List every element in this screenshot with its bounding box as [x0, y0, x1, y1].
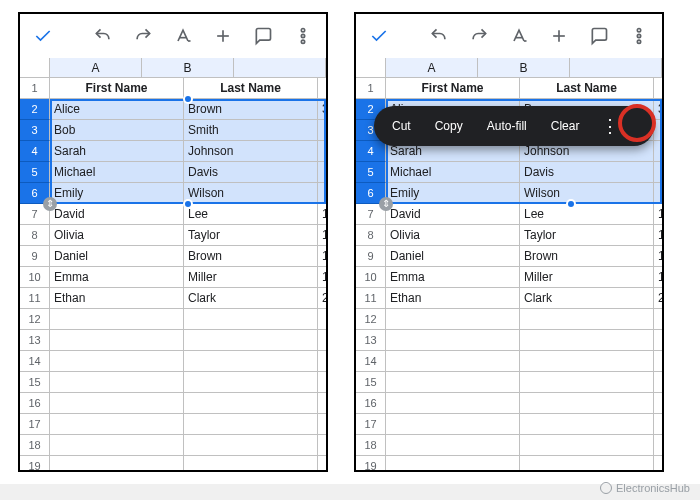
cell[interactable]: First Name [50, 78, 184, 99]
cell[interactable] [318, 372, 326, 393]
cell[interactable] [318, 435, 326, 456]
row-header[interactable]: 15 [356, 372, 386, 393]
row-header[interactable]: 14 [356, 351, 386, 372]
row-header[interactable]: 9 [356, 246, 386, 267]
cell[interactable] [50, 435, 184, 456]
column-header-a[interactable]: A [386, 58, 478, 78]
cell[interactable]: 1 [654, 246, 662, 267]
cell[interactable] [184, 456, 318, 472]
cell[interactable]: 2 [318, 288, 326, 309]
cell[interactable]: Sarah [50, 141, 184, 162]
cell[interactable] [184, 414, 318, 435]
spreadsheet-grid[interactable]: A B 1 First Name Last Name 2 Alice Brown… [20, 58, 326, 470]
cell[interactable] [520, 309, 654, 330]
cell[interactable]: Wilson [520, 183, 654, 204]
cell[interactable]: 1 [654, 225, 662, 246]
row-header[interactable]: 14 [20, 351, 50, 372]
cell[interactable] [184, 372, 318, 393]
cell[interactable]: 1 [654, 267, 662, 288]
row-header[interactable]: 7 [356, 204, 386, 225]
cell[interactable]: 3 [654, 99, 662, 120]
cell[interactable] [318, 330, 326, 351]
row-header[interactable]: 2 [20, 99, 50, 120]
cell[interactable] [654, 141, 662, 162]
cell[interactable]: 1 [318, 204, 326, 225]
cell[interactable]: Wilson [184, 183, 318, 204]
confirm-button[interactable] [362, 19, 396, 53]
cell[interactable]: Brown [184, 99, 318, 120]
cell[interactable] [386, 330, 520, 351]
cell[interactable]: Alice [50, 99, 184, 120]
cell[interactable] [520, 456, 654, 472]
row-header[interactable]: 16 [20, 393, 50, 414]
cell[interactable] [520, 330, 654, 351]
cell[interactable] [318, 120, 326, 141]
row-header[interactable]: 13 [356, 330, 386, 351]
cell[interactable] [184, 435, 318, 456]
cell[interactable]: Lee [520, 204, 654, 225]
cell[interactable] [318, 414, 326, 435]
cell[interactable] [318, 141, 326, 162]
insert-button[interactable] [542, 19, 576, 53]
cell[interactable] [50, 393, 184, 414]
cell[interactable] [520, 393, 654, 414]
row-header[interactable]: 17 [20, 414, 50, 435]
cell[interactable]: 1 [318, 267, 326, 288]
confirm-button[interactable] [26, 19, 60, 53]
column-header-b[interactable]: B [478, 58, 570, 78]
row-header[interactable]: 12 [356, 309, 386, 330]
cell[interactable]: Daniel [386, 246, 520, 267]
cell[interactable]: Emma [386, 267, 520, 288]
cell[interactable]: David [50, 204, 184, 225]
cell[interactable] [318, 393, 326, 414]
cell[interactable]: Emily [386, 183, 520, 204]
row-header[interactable]: 13 [20, 330, 50, 351]
column-header-a[interactable]: A [50, 58, 142, 78]
undo-button[interactable] [86, 19, 120, 53]
cell[interactable] [318, 456, 326, 472]
cell[interactable]: Bob [50, 120, 184, 141]
cell[interactable] [184, 393, 318, 414]
cell[interactable]: Brown [520, 246, 654, 267]
row-header[interactable]: 5 [20, 162, 50, 183]
select-all-corner[interactable] [20, 58, 50, 78]
row-header[interactable]: 3 [20, 120, 50, 141]
cell[interactable] [520, 435, 654, 456]
cell[interactable] [50, 330, 184, 351]
row-header[interactable]: 11 [356, 288, 386, 309]
cell[interactable] [654, 456, 662, 472]
row-header[interactable]: 1 [356, 78, 386, 99]
row-header[interactable]: 1 [20, 78, 50, 99]
row-header[interactable]: 6 [356, 183, 386, 204]
cell[interactable]: David [386, 204, 520, 225]
cell[interactable]: First Name [386, 78, 520, 99]
cell[interactable] [318, 78, 326, 99]
context-more-icon[interactable]: ⋮ [593, 117, 627, 135]
cell[interactable] [50, 414, 184, 435]
cell[interactable]: Michael [50, 162, 184, 183]
cell[interactable] [318, 351, 326, 372]
row-header[interactable]: 12 [20, 309, 50, 330]
cell[interactable] [386, 414, 520, 435]
cell[interactable] [520, 372, 654, 393]
cell[interactable]: Clark [184, 288, 318, 309]
cell[interactable]: Johnson [184, 141, 318, 162]
row-header[interactable]: 8 [20, 225, 50, 246]
cell[interactable] [654, 309, 662, 330]
cell[interactable] [318, 309, 326, 330]
cell[interactable] [184, 351, 318, 372]
redo-button[interactable] [462, 19, 496, 53]
cell[interactable] [386, 309, 520, 330]
text-format-button[interactable] [502, 19, 536, 53]
cell[interactable]: Olivia [50, 225, 184, 246]
row-header[interactable]: 7 [20, 204, 50, 225]
cell[interactable]: Emily [50, 183, 184, 204]
cell[interactable]: Daniel [50, 246, 184, 267]
cell[interactable]: Michael [386, 162, 520, 183]
cell[interactable]: Olivia [386, 225, 520, 246]
cell[interactable]: Davis [520, 162, 654, 183]
cell[interactable] [654, 435, 662, 456]
column-header-c-edge[interactable] [570, 58, 662, 78]
column-header-c-edge[interactable] [234, 58, 326, 78]
cell[interactable] [318, 162, 326, 183]
